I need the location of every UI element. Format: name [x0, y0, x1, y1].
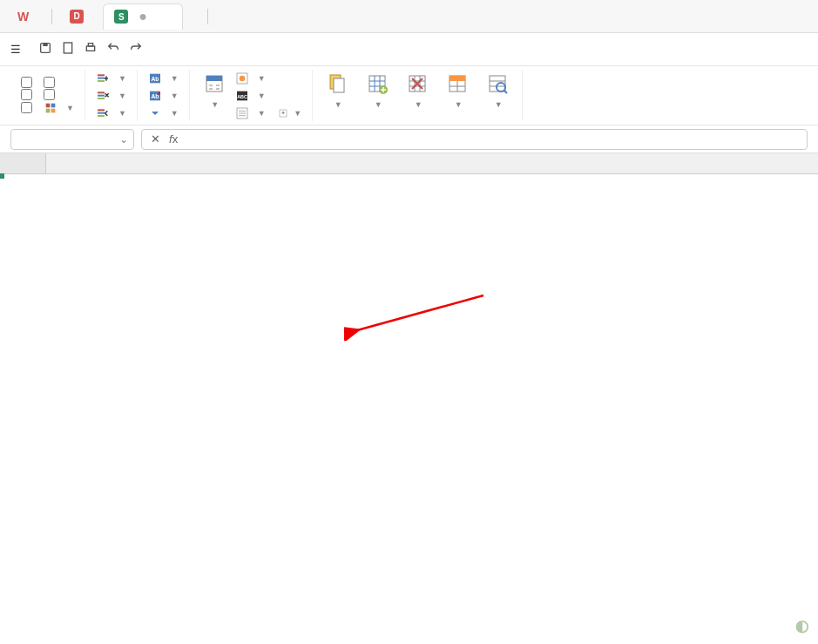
svg-rect-16: [98, 112, 105, 113]
extract-text-button[interactable]: ▼: [96, 106, 126, 120]
tab-workbook[interactable]: S ●: [103, 3, 183, 30]
big-buttons-group: ▼ ▼ ▼ ▼ ▼: [313, 70, 523, 121]
menu-tabs: [209, 42, 401, 58]
svg-text:ABC: ABC: [237, 94, 247, 99]
fx-icon[interactable]: fx: [169, 132, 178, 146]
select-all-corner[interactable]: [0, 153, 46, 173]
print-preview-icon[interactable]: [61, 41, 75, 58]
annotation-arrow-icon: [344, 288, 492, 341]
hamburger-icon[interactable]: ☰: [10, 43, 21, 56]
svg-rect-37: [450, 76, 465, 81]
svg-rect-1: [43, 44, 47, 46]
undo-icon[interactable]: [106, 41, 120, 58]
menu-bar: ☰: [0, 33, 818, 66]
title-bar: W D S ●: [0, 0, 818, 33]
column-headers: [0, 153, 818, 174]
spreadsheet-grid[interactable]: ◐: [0, 153, 818, 644]
check-symbol[interactable]: [21, 89, 35, 100]
svg-rect-14: [98, 98, 105, 99]
insert-text-button[interactable]: ▼: [96, 71, 126, 85]
file-menu-area: ☰: [10, 41, 143, 58]
watermark: ◐: [795, 616, 809, 635]
svg-rect-12: [98, 92, 105, 93]
svg-rect-10: [98, 77, 105, 78]
custom-button[interactable]: ▼ +▼: [235, 106, 302, 120]
overflow-group: [523, 70, 544, 121]
execute-button[interactable]: ▼: [44, 101, 74, 115]
cell-reference-input[interactable]: ⌄: [10, 129, 134, 150]
svg-rect-6: [51, 103, 56, 107]
format-ops-group: Ab▼ Ab▼ ▼: [138, 70, 190, 121]
svg-rect-8: [51, 108, 56, 112]
case-button[interactable]: Ab▼: [148, 71, 179, 85]
svg-text:Ab: Ab: [151, 92, 159, 98]
check-space[interactable]: [21, 77, 35, 88]
svg-rect-7: [46, 108, 51, 112]
modified-indicator-icon: ●: [139, 9, 147, 24]
svg-rect-5: [46, 103, 51, 107]
check-number[interactable]: [21, 102, 35, 113]
docer-icon: D: [70, 10, 84, 24]
save-icon[interactable]: [38, 41, 52, 58]
keepval-button[interactable]: ABC▼: [235, 89, 302, 103]
new-insert-button[interactable]: ▼: [363, 71, 391, 119]
svg-text:Ab: Ab: [151, 75, 159, 81]
formula-input[interactable]: ✕ fx: [141, 129, 808, 150]
svg-rect-9: [98, 74, 105, 76]
check-chinese[interactable]: [44, 89, 57, 100]
svg-rect-23: [206, 76, 222, 81]
svg-text:+: +: [281, 110, 285, 116]
svg-rect-4: [88, 44, 92, 46]
svg-rect-13: [98, 94, 105, 96]
svg-line-40: [357, 295, 483, 330]
sheet-icon: S: [114, 10, 128, 24]
svg-rect-3: [86, 46, 94, 51]
svg-rect-2: [64, 43, 71, 53]
chevron-down-icon[interactable]: ⌄: [119, 133, 128, 146]
wps-logo-icon: W: [17, 10, 29, 24]
find-match-button[interactable]: ▼: [483, 71, 511, 119]
tab-templates[interactable]: D: [59, 3, 99, 30]
check-english[interactable]: [44, 77, 57, 88]
svg-rect-11: [98, 80, 105, 82]
delete-space-button[interactable]: Ab▼: [148, 89, 179, 103]
merge-convert-button[interactable]: ▼: [443, 71, 471, 119]
svg-point-25: [239, 76, 245, 82]
delete-text-button[interactable]: ▼: [96, 89, 126, 103]
home-tab[interactable]: W: [7, 3, 44, 30]
selection-box: [0, 174, 3, 178]
batch-delete-button[interactable]: ▼: [403, 71, 431, 119]
svg-rect-15: [98, 109, 105, 111]
formula-bar: ⌄ ✕ fx: [0, 125, 818, 153]
copy-paste-button[interactable]: ▼: [323, 71, 351, 119]
print-icon[interactable]: [84, 41, 98, 58]
active-cell: [0, 174, 2, 176]
ribbon: ▼ ▼ ▼ ▼ Ab▼ Ab▼ ▼ ▼ ▼ ABC▼ ▼ +▼ ▼ ▼ ▼ ▼ …: [0, 66, 818, 125]
round-button[interactable]: ▼: [235, 71, 302, 85]
divider: [51, 9, 52, 24]
value-ops-group: ▼ ▼ ABC▼ ▼ +▼: [190, 70, 314, 121]
cancel-icon[interactable]: ✕: [151, 132, 160, 146]
svg-rect-32: [334, 78, 344, 92]
redo-icon[interactable]: [129, 41, 143, 58]
divider: [207, 9, 208, 24]
value-button[interactable]: ▼: [200, 71, 228, 119]
svg-rect-17: [98, 115, 105, 117]
more-button[interactable]: ▼: [148, 106, 179, 120]
check-group: ▼: [10, 70, 85, 121]
text-ops-group: ▼ ▼ ▼: [85, 70, 138, 121]
